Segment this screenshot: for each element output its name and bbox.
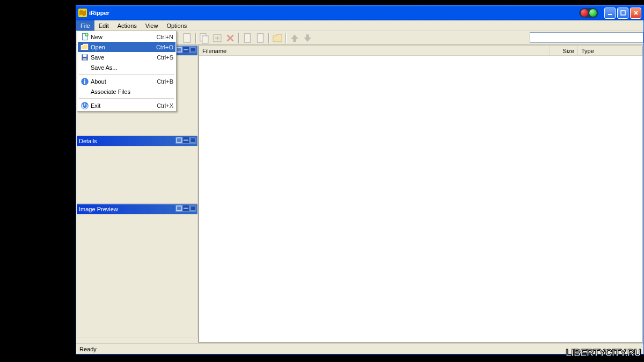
open-folder-icon — [80, 43, 90, 51]
menu-file[interactable]: File — [76, 20, 94, 31]
about-info-icon: i — [80, 77, 90, 86]
svg-rect-9 — [184, 49, 188, 50]
panel-btn-collapse-icon[interactable] — [182, 137, 189, 144]
svg-rect-12 — [184, 139, 188, 141]
blank-icon — [80, 63, 90, 72]
panel-btn-close-icon[interactable] — [189, 137, 196, 144]
menu-item-label: About — [91, 78, 157, 85]
menu-item-label: Associate Files — [91, 88, 173, 95]
col-type[interactable]: Type — [578, 46, 642, 55]
nvidia-tray-pill[interactable] — [579, 8, 598, 18]
panel-preview-header[interactable]: Image Preview — [77, 204, 197, 214]
svg-rect-10 — [191, 47, 195, 52]
toolbar-export-icon[interactable] — [211, 32, 223, 44]
maximize-button[interactable] — [617, 8, 628, 19]
col-filename[interactable]: Filename — [199, 46, 550, 55]
menu-item-shortcut: Ctrl+N — [157, 34, 173, 40]
svg-rect-11 — [177, 138, 181, 143]
svg-rect-21 — [83, 58, 87, 61]
svg-rect-13 — [191, 138, 195, 143]
menu-separator — [79, 98, 174, 99]
menubar: File Edit Actions View Options — [76, 20, 643, 31]
toolbar-separator — [195, 33, 196, 43]
toolbar-down-icon[interactable] — [302, 32, 313, 44]
toolbar-doc2-icon[interactable] — [254, 32, 266, 44]
menu-view[interactable]: View — [141, 20, 163, 31]
svg-rect-1 — [621, 11, 625, 15]
toolbar-new-icon[interactable] — [181, 32, 193, 44]
exit-icon — [80, 101, 90, 110]
menu-actions[interactable]: Actions — [113, 20, 141, 31]
panel-btn-window-icon[interactable] — [175, 205, 182, 212]
menu-item-label: New — [91, 34, 157, 40]
record-dot-icon — [581, 9, 588, 17]
main-list: Filename Size Type — [199, 46, 643, 343]
toolbar-delete-icon[interactable] — [224, 32, 236, 44]
status-text: Ready — [79, 346, 97, 352]
svg-text:i: i — [84, 78, 85, 85]
svg-rect-16 — [191, 206, 195, 211]
close-button[interactable] — [630, 8, 641, 19]
toolbar-separator — [286, 33, 287, 43]
menu-item-exit[interactable]: Exit Ctrl+X — [78, 100, 175, 110]
svg-rect-14 — [177, 206, 181, 211]
minimize-button[interactable] — [604, 8, 616, 19]
panel-btn-close-icon[interactable] — [189, 46, 196, 53]
list-body[interactable] — [199, 56, 642, 342]
menu-item-shortcut: Ctrl+O — [156, 44, 173, 50]
toolbar-separator — [238, 33, 239, 43]
menu-item-shortcut: Ctrl+X — [157, 102, 173, 109]
panel-btn-close-icon[interactable] — [189, 205, 196, 212]
toolbar-doc1-icon[interactable] — [241, 32, 253, 44]
panel-details-title: Details — [79, 138, 97, 144]
save-disk-icon — [80, 53, 90, 62]
panel-preview-title: Image Preview — [79, 206, 118, 212]
menu-item-label: Save As... — [91, 64, 173, 71]
toolbar-up-icon[interactable] — [289, 32, 301, 44]
new-file-icon — [80, 33, 90, 41]
svg-rect-20 — [83, 54, 87, 57]
list-header: Filename Size Type — [199, 46, 642, 56]
menu-item-open[interactable]: Open Ctrl+O — [78, 42, 175, 52]
menu-item-label: Open — [91, 44, 156, 50]
panel-btn-window-icon[interactable] — [175, 137, 182, 144]
svg-rect-2 — [184, 33, 190, 42]
titlebar-buttons — [579, 8, 641, 19]
menu-item-label: Save — [91, 54, 157, 61]
svg-rect-4 — [202, 35, 208, 43]
menu-item-shortcut: Ctrl+S — [157, 54, 173, 61]
menu-item-save[interactable]: Save Ctrl+S — [78, 52, 175, 62]
window-title: iRipper — [89, 10, 579, 16]
panel-details-body — [77, 146, 197, 204]
menu-edit[interactable]: Edit — [94, 20, 113, 31]
panel-details: Details — [77, 136, 197, 204]
panel-btn-collapse-icon[interactable] — [182, 46, 189, 53]
toolbar-copy-icon[interactable] — [199, 32, 210, 44]
menu-options[interactable]: Options — [162, 20, 191, 31]
panel-btn-collapse-icon[interactable] — [182, 205, 189, 212]
menu-item-shortcut: Ctrl+B — [157, 78, 173, 85]
toolbar-separator — [268, 33, 269, 43]
menu-item-associate-files[interactable]: Associate Files — [78, 86, 175, 97]
blank-icon — [80, 87, 90, 96]
toolbar-folder-icon[interactable] — [272, 32, 283, 44]
svg-rect-8 — [177, 47, 181, 52]
statusbar: Ready — [76, 343, 643, 354]
menu-separator — [79, 74, 174, 75]
svg-rect-7 — [258, 33, 264, 42]
svg-rect-0 — [608, 14, 612, 15]
menu-item-save-as[interactable]: Save As... — [78, 62, 175, 72]
titlebar[interactable]: iRipper — [76, 5, 643, 20]
svg-rect-15 — [184, 208, 188, 209]
file-menu-dropdown: New Ctrl+N Open Ctrl+O Save Ctrl+S Save … — [77, 31, 177, 112]
panel-details-header[interactable]: Details — [77, 136, 197, 146]
col-size[interactable]: Size — [550, 46, 578, 55]
menu-item-about[interactable]: i About Ctrl+B — [78, 76, 175, 86]
svg-rect-6 — [245, 33, 251, 42]
menu-item-new[interactable]: New Ctrl+N — [78, 32, 175, 42]
watermark: LIBERTYCITY.RU — [566, 348, 641, 359]
panel-preview-body — [77, 214, 197, 337]
app-icon — [78, 9, 87, 17]
panel-image-preview: Image Preview — [77, 204, 197, 337]
search-input[interactable] — [530, 32, 643, 43]
